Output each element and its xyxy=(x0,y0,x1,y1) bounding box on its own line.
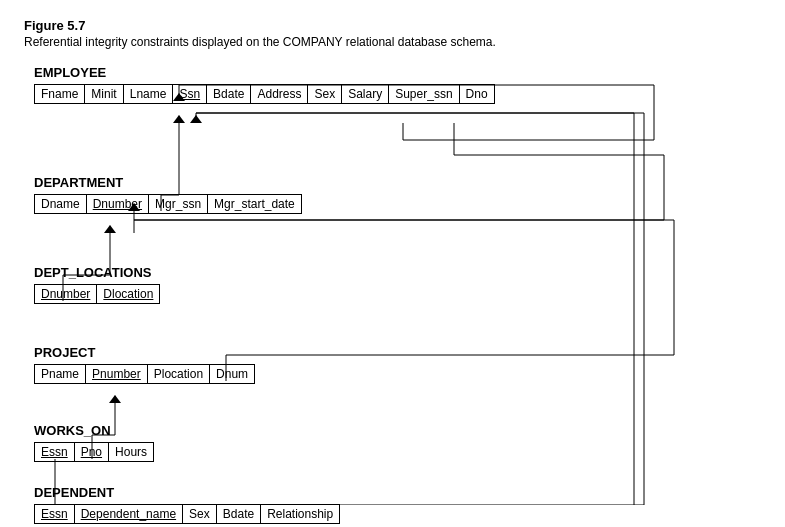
svg-marker-9 xyxy=(194,115,198,123)
works-on-table: WORKS_ON Essn Pno Hours xyxy=(34,423,154,462)
cell-dep-sex: Sex xyxy=(183,504,217,524)
figure-caption: Referential integrity constraints displa… xyxy=(24,35,761,49)
works-on-label: WORKS_ON xyxy=(34,423,154,438)
dependent-row: Essn Dependent_name Sex Bdate Relationsh… xyxy=(34,504,340,524)
cell-relationship: Relationship xyxy=(261,504,340,524)
cell-plocation: Plocation xyxy=(148,364,210,384)
diagram: EMPLOYEE Fname Minit Lname Ssn Bdate Add… xyxy=(34,65,754,505)
employee-label: EMPLOYEE xyxy=(34,65,495,80)
dept-locations-table: DEPT_LOCATIONS Dnumber Dlocation xyxy=(34,265,160,304)
cell-minit: Minit xyxy=(85,84,123,104)
cell-lname: Lname xyxy=(124,84,174,104)
cell-mgr-ssn: Mgr_ssn xyxy=(149,194,208,214)
cell-dep-essn: Essn xyxy=(34,504,75,524)
svg-marker-5 xyxy=(177,115,181,123)
cell-address: Address xyxy=(251,84,308,104)
svg-marker-11 xyxy=(113,395,117,403)
department-row: Dname Dnumber Mgr_ssn Mgr_start_date xyxy=(34,194,302,214)
cell-pname: Pname xyxy=(34,364,86,384)
cell-mgr-start-date: Mgr_start_date xyxy=(208,194,302,214)
cell-essn: Essn xyxy=(34,442,75,462)
svg-marker-8 xyxy=(190,115,202,123)
dependent-label: DEPENDENT xyxy=(34,485,340,500)
cell-dlocation: Dlocation xyxy=(97,284,160,304)
dependent-table: DEPENDENT Essn Dependent_name Sex Bdate … xyxy=(34,485,340,524)
project-table: PROJECT Pname Pnumber Plocation Dnum xyxy=(34,345,255,384)
cell-dependent-name: Dependent_name xyxy=(75,504,183,524)
dept-locations-label: DEPT_LOCATIONS xyxy=(34,265,160,280)
cell-dl-dnumber: Dnumber xyxy=(34,284,97,304)
cell-pnumber: Pnumber xyxy=(86,364,148,384)
svg-marker-6 xyxy=(104,225,116,233)
cell-hours: Hours xyxy=(109,442,154,462)
cell-fname: Fname xyxy=(34,84,85,104)
cell-dname: Dname xyxy=(34,194,87,214)
works-on-row: Essn Pno Hours xyxy=(34,442,154,462)
employee-table: EMPLOYEE Fname Minit Lname Ssn Bdate Add… xyxy=(34,65,495,104)
employee-row: Fname Minit Lname Ssn Bdate Address Sex … xyxy=(34,84,495,104)
figure-title: Figure 5.7 xyxy=(24,18,761,33)
cell-salary: Salary xyxy=(342,84,389,104)
project-label: PROJECT xyxy=(34,345,255,360)
cell-dnum: Dnum xyxy=(210,364,255,384)
svg-marker-4 xyxy=(173,115,185,123)
svg-marker-7 xyxy=(108,225,112,233)
cell-super-ssn: Super_ssn xyxy=(389,84,459,104)
cell-dep-bdate: Bdate xyxy=(217,504,261,524)
department-label: DEPARTMENT xyxy=(34,175,302,190)
cell-dnumber: Dnumber xyxy=(87,194,149,214)
cell-sex: Sex xyxy=(308,84,342,104)
cell-ssn: Ssn xyxy=(173,84,207,104)
project-row: Pname Pnumber Plocation Dnum xyxy=(34,364,255,384)
dept-locations-row: Dnumber Dlocation xyxy=(34,284,160,304)
department-table: DEPARTMENT Dname Dnumber Mgr_ssn Mgr_sta… xyxy=(34,175,302,214)
cell-pno: Pno xyxy=(75,442,109,462)
svg-marker-10 xyxy=(109,395,121,403)
cell-bdate: Bdate xyxy=(207,84,251,104)
cell-dno: Dno xyxy=(460,84,495,104)
